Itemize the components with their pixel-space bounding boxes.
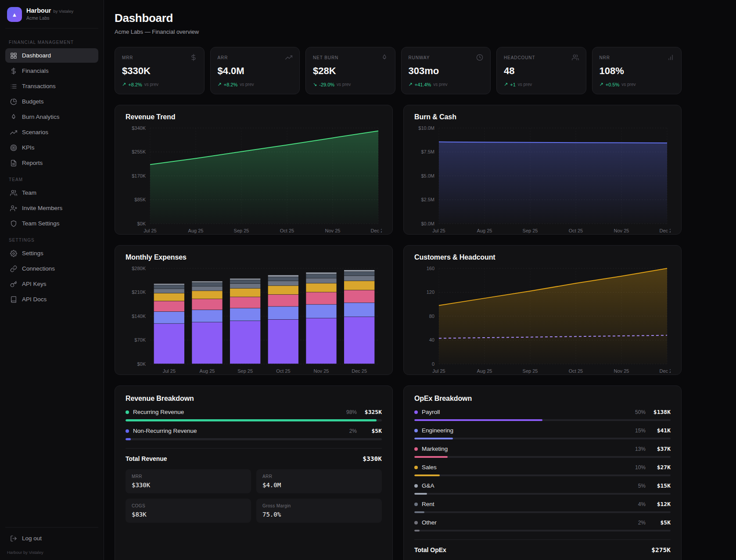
- svg-text:Sep 25: Sep 25: [523, 368, 538, 374]
- sidebar-item-budgets[interactable]: Budgets: [5, 94, 98, 109]
- sidebar-item-api-keys[interactable]: API Keys: [5, 277, 98, 291]
- svg-text:Jul 25: Jul 25: [432, 228, 445, 233]
- sidebar-item-team-settings[interactable]: Team Settings: [5, 216, 98, 231]
- breakdown-pct: 15%: [635, 428, 646, 434]
- sidebar-item-transactions[interactable]: Transactions: [5, 79, 98, 93]
- svg-text:$7.5M: $7.5M: [421, 149, 434, 154]
- progress-track: [414, 438, 671, 439]
- sidebar-item-label: Invite Members: [22, 205, 62, 211]
- breakdown-label: Non-Recurring Revenue: [133, 428, 197, 434]
- shield-icon: [10, 220, 17, 227]
- svg-text:$170K: $170K: [132, 173, 146, 178]
- sidebar-item-settings[interactable]: Settings: [5, 246, 98, 260]
- progress-track: [126, 438, 382, 440]
- breakdown-row-header: Sales10%$27K: [414, 464, 671, 471]
- sidebar-item-label: Dashboard: [22, 52, 51, 59]
- breakdown-label: Marketing: [422, 446, 448, 452]
- sidebar-item-scenarios[interactable]: Scenarios: [5, 125, 98, 139]
- flame-icon: [10, 114, 17, 121]
- kpi-value: 48: [504, 65, 579, 77]
- sidebar-item-kpis[interactable]: KPIs: [5, 140, 98, 155]
- svg-text:0: 0: [432, 361, 434, 367]
- breakdown-label: Other: [422, 519, 437, 526]
- kpi-delta-value: +8.2%: [224, 82, 238, 87]
- kpi-delta: ↗+8.2%vs prev: [218, 82, 293, 87]
- svg-text:$85K: $85K: [134, 197, 146, 202]
- progress-track: [414, 456, 671, 458]
- breakdown-label: Engineering: [422, 427, 453, 434]
- progress-fill: [414, 456, 448, 458]
- svg-text:160: 160: [427, 266, 434, 271]
- kpi-header: HEADCOUNT: [504, 54, 579, 61]
- app-logo-icon: ▲: [7, 7, 22, 22]
- svg-text:Aug 25: Aug 25: [477, 368, 492, 374]
- stat-value: $83K: [132, 511, 245, 518]
- svg-text:40: 40: [429, 337, 434, 342]
- breakdown-row-header: Payroll50%$138K: [414, 409, 671, 415]
- card-monthly-expenses: Monthly Expenses $0K$70K$140K$210K$280KJ…: [115, 245, 393, 375]
- svg-text:Sep 25: Sep 25: [234, 228, 249, 233]
- users-icon: [572, 54, 579, 61]
- series-dot: [414, 466, 418, 469]
- link-icon: [10, 265, 17, 272]
- kpi-delta-arrow-icon: ↗: [600, 82, 603, 87]
- stat-label: ARR: [262, 474, 376, 479]
- breakdown-value: $12K: [650, 501, 671, 507]
- gear-icon: [10, 250, 17, 257]
- progress-track: [414, 530, 671, 531]
- sidebar-item-dashboard[interactable]: Dashboard: [5, 48, 98, 63]
- progress-fill: [414, 511, 424, 513]
- breakdown-row-header: Other2%$5K: [414, 519, 671, 526]
- stat-box-gross-margin: Gross Margin75.0%: [256, 499, 382, 523]
- monthly-expenses-svg: $0K$70K$140K$210K$280KJul 25Aug 25Sep 25…: [126, 264, 382, 375]
- total-revenue-row: Total Revenue $330K: [126, 448, 382, 462]
- kpi-card-runway: RUNWAY303mo↗+41.4%vs prev: [401, 47, 491, 94]
- sidebar-item-burn-analytics[interactable]: Burn Analytics: [5, 110, 98, 124]
- sidebar-item-api-docs[interactable]: API Docs: [5, 292, 98, 307]
- breakdown-row-header: Rent4%$12K: [414, 501, 671, 507]
- card-opex-breakdown: OpEx Breakdown Payroll50%$138KEngineerin…: [403, 385, 682, 560]
- sidebar-item-invite-members[interactable]: Invite Members: [5, 201, 98, 215]
- kpi-label: MRR: [122, 55, 133, 60]
- breakdown-row: Engineering15%$41K: [414, 427, 671, 439]
- sidebar-footer: Harbour by Vistaley: [5, 546, 98, 556]
- sidebar-item-team[interactable]: Team: [5, 185, 98, 200]
- breakdown-value: $27K: [650, 464, 671, 471]
- sidebar-item-label: API Docs: [22, 296, 47, 303]
- logout-button[interactable]: Log out: [5, 531, 98, 546]
- kpi-delta-suffix: vs prev: [518, 82, 532, 87]
- sidebar-item-reports[interactable]: Reports: [5, 156, 98, 170]
- kpi-delta: ↗+0.5%vs prev: [600, 82, 675, 87]
- kpi-delta-arrow-icon: ↘: [313, 82, 317, 87]
- breakdown-pct: 13%: [635, 446, 646, 452]
- series-dot: [414, 447, 418, 451]
- kpi-delta-arrow-icon: ↗: [504, 82, 508, 87]
- sidebar-item-connections[interactable]: Connections: [5, 261, 98, 276]
- sidebar-item-financials[interactable]: Financials: [5, 64, 98, 78]
- app-byline: by Vistaley: [53, 9, 73, 14]
- breakdown-label: Recurring Revenue: [133, 409, 184, 415]
- kpi-card-nrr: NRR108%↗+0.5%vs prev: [592, 47, 682, 94]
- breakdown-pct: 10%: [635, 464, 646, 471]
- kpi-delta-suffix: vs prev: [433, 82, 447, 87]
- dollar-icon: [190, 54, 197, 61]
- kpi-card-mrr: MRR$330K↗+8.2%vs prev: [115, 47, 205, 94]
- kpi-header: NET BURN: [313, 54, 388, 61]
- breakdown-row: Payroll50%$138K: [414, 409, 671, 421]
- breakdown-value: $325K: [361, 409, 382, 415]
- kpi-delta-value: +0.5%: [606, 82, 620, 87]
- main-content: Dashboard Acme Labs — Financial overview…: [104, 0, 736, 560]
- kpi-value: 108%: [600, 65, 675, 77]
- series-dot: [414, 410, 418, 414]
- breakdown-label: G&A: [422, 482, 434, 489]
- progress-track: [414, 493, 671, 495]
- series-dot: [126, 410, 129, 414]
- kpi-label: RUNWAY: [409, 55, 430, 60]
- progress-track: [414, 419, 671, 421]
- breakdown-row-header: Marketing13%$37K: [414, 446, 671, 452]
- kpi-label: HEADCOUNT: [504, 55, 535, 60]
- kpi-row: MRR$330K↗+8.2%vs prevARR$4.0M↗+8.2%vs pr…: [115, 47, 682, 94]
- breakdown-pct: 2%: [349, 428, 357, 434]
- breakdown-row: Other2%$5K: [414, 519, 671, 531]
- sidebar-item-label: Team Settings: [22, 220, 60, 227]
